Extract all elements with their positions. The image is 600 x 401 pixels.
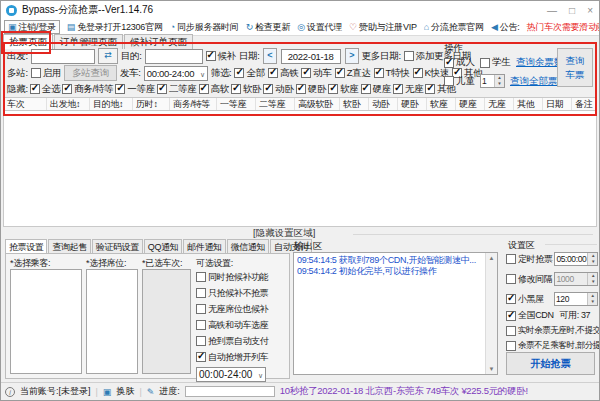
table-header-cell[interactable]: 硬卧: [398, 98, 427, 110]
checkbox-box[interactable]: [425, 84, 435, 94]
option-checkbox-row[interactable]: 高铁和动车选座: [196, 317, 287, 333]
stepper-buttons[interactable]: [494, 75, 504, 87]
swap-stations-button[interactable]: ⇄: [98, 48, 118, 64]
multi-enable-checkbox[interactable]: 启用: [31, 67, 61, 80]
checkbox-box[interactable]: [268, 68, 278, 78]
maximize-button[interactable]: □: [569, 5, 575, 16]
scroll-down-icon[interactable]: [486, 365, 497, 373]
table-header-cell[interactable]: 硬座: [456, 98, 485, 110]
skin-label[interactable]: 换肤: [116, 385, 134, 398]
checkbox-box[interactable]: [296, 84, 306, 94]
seat-hide-checkbox[interactable]: 硬座: [361, 83, 391, 96]
checkbox-box[interactable]: [196, 320, 206, 330]
table-header-cell[interactable]: 目的地↕: [90, 98, 133, 110]
checkbox-box[interactable]: [196, 336, 206, 346]
checkbox-box[interactable]: [444, 58, 454, 68]
table-header-cell[interactable]: 软座: [427, 98, 456, 110]
train-type-checkbox[interactable]: 动车: [301, 67, 331, 80]
table-header-cell[interactable]: 无座: [485, 98, 514, 110]
table-header-cell[interactable]: 出发地↕: [47, 98, 90, 110]
table-header-cell[interactable]: 商务/特等: [170, 98, 217, 110]
checkbox-box[interactable]: [199, 84, 209, 94]
menu-item[interactable]: ♡ 赞助与注册VIP: [349, 21, 417, 34]
next-day-button[interactable]: >: [345, 48, 359, 64]
option-checkbox-row[interactable]: 只抢候补不抢票: [196, 285, 287, 301]
panel-tab[interactable]: 抢票设置: [5, 239, 47, 253]
close-button[interactable]: ×: [587, 5, 593, 16]
checkbox-box[interactable]: [234, 68, 244, 78]
panel-tab[interactable]: QQ通知: [144, 239, 182, 253]
prev-day-button[interactable]: <: [263, 48, 277, 64]
from-input[interactable]: [31, 49, 95, 64]
checkbox-box[interactable]: [506, 274, 516, 284]
query-tickets-button[interactable]: 查询车票: [557, 48, 593, 87]
down-arrow-icon[interactable]: [588, 259, 597, 265]
to-input[interactable]: [145, 49, 203, 64]
option-checkbox-row[interactable]: 同时抢候补功能: [196, 269, 287, 285]
train-type-checkbox[interactable]: T特快: [374, 67, 410, 80]
extra-train-time-select[interactable]: 00:00-24:00: [196, 367, 266, 382]
student-checkbox[interactable]: 学生: [480, 56, 511, 69]
passenger-listbox[interactable]: [10, 269, 82, 374]
menu-item[interactable]: ◔ 同步服务器时间: [170, 21, 239, 34]
checkbox-box[interactable]: [374, 68, 384, 78]
menu-item[interactable]: ⌂ 分流抢票官网: [424, 21, 484, 34]
seat-hide-checkbox[interactable]: 一等座: [115, 83, 155, 96]
checkbox-box[interactable]: [30, 84, 40, 94]
black-room-stepper[interactable]: 120: [554, 292, 598, 306]
checkbox-box[interactable]: [506, 294, 516, 304]
checkbox-box[interactable]: [506, 341, 516, 351]
table-header-cell[interactable]: 高级软卧: [295, 98, 340, 110]
checkbox-box[interactable]: [506, 326, 516, 336]
table-header-cell[interactable]: 备注: [572, 98, 596, 110]
checkbox-box[interactable]: [196, 288, 206, 298]
minimize-button[interactable]: —: [547, 5, 557, 16]
train-type-checkbox[interactable]: 全部: [234, 67, 264, 80]
checkbox-box[interactable]: [157, 84, 167, 94]
seat-hide-checkbox[interactable]: 二等座: [157, 83, 197, 96]
seat-hide-checkbox[interactable]: 软卧: [231, 83, 261, 96]
menu-item[interactable]: ▤ 免登录打开12306官网: [67, 21, 163, 34]
table-header-cell[interactable]: 车次: [4, 98, 47, 110]
stepper-buttons[interactable]: [587, 293, 597, 305]
multi-station-query-button[interactable]: 多站查询: [64, 65, 117, 81]
stepper-buttons[interactable]: [587, 253, 597, 265]
checkbox-box[interactable]: [301, 68, 311, 78]
seat-hide-checkbox[interactable]: 高软: [199, 83, 229, 96]
seat-hide-checkbox[interactable]: 无座: [393, 83, 423, 96]
seat-hide-checkbox[interactable]: 全选: [30, 83, 60, 96]
panel-tab[interactable]: 邮件通知: [183, 239, 225, 253]
checkbox-box[interactable]: [31, 68, 41, 78]
checkbox-box[interactable]: [196, 304, 206, 314]
checkbox-box[interactable]: [393, 84, 403, 94]
menu-item[interactable]: ▣ 注销/登录: [4, 20, 60, 34]
train-list-area[interactable]: [3, 111, 597, 227]
checkbox-box[interactable]: [196, 352, 206, 362]
menu-item[interactable]: ◀ 公告:: [491, 21, 520, 34]
main-tab[interactable]: 订单管理页面: [54, 34, 123, 49]
table-header-cell[interactable]: 一等座: [217, 98, 256, 110]
down-arrow-icon[interactable]: [588, 299, 597, 305]
checkbox-box[interactable]: [413, 68, 423, 78]
table-header-cell[interactable]: 日期: [543, 98, 572, 110]
scroll-up-icon[interactable]: [486, 254, 497, 262]
table-header-cell[interactable]: 其他: [514, 98, 543, 110]
waitlist-checkbox[interactable]: 候补: [206, 50, 236, 63]
checkbox-box[interactable]: [196, 272, 206, 282]
interval-stepper[interactable]: 1000: [554, 272, 598, 286]
main-tab[interactable]: 候补订单页面: [124, 34, 193, 49]
depart-time-select[interactable]: 00:00-24:00: [144, 66, 208, 81]
checkbox-box[interactable]: [480, 58, 490, 68]
checkbox-box[interactable]: [506, 311, 516, 321]
checkbox-box[interactable]: [263, 84, 273, 94]
option-checkbox-row[interactable]: 自动抢增开列车: [196, 349, 287, 365]
table-header-cell[interactable]: 历时↕: [133, 98, 170, 110]
adult-checkbox[interactable]: 成人: [444, 56, 475, 69]
checkbox-box[interactable]: [361, 84, 371, 94]
checkbox-box[interactable]: [206, 51, 216, 61]
down-arrow-icon[interactable]: [588, 279, 597, 285]
menu-item[interactable]: ◎ 设置代理: [297, 21, 342, 34]
main-tab[interactable]: 抢票页面: [3, 34, 53, 49]
panel-tab[interactable]: 查询起售: [48, 239, 90, 253]
checkbox-box[interactable]: [231, 84, 241, 94]
